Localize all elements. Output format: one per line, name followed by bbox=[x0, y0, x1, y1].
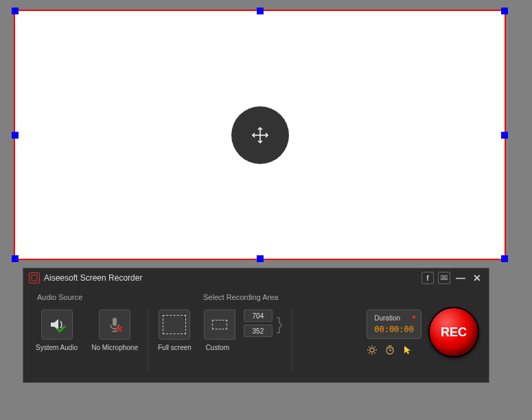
aspect-lock-icon[interactable] bbox=[275, 316, 282, 337]
height-input[interactable] bbox=[244, 325, 273, 337]
close-button[interactable]: ✕ bbox=[471, 272, 483, 284]
system-audio-label: System Audio bbox=[36, 344, 78, 351]
svg-point-12 bbox=[370, 348, 374, 352]
fullscreen-label: Full screen bbox=[158, 344, 192, 351]
fullscreen-icon bbox=[163, 315, 186, 334]
minimize-button[interactable]: — bbox=[454, 272, 467, 284]
resize-handle-mr[interactable] bbox=[501, 132, 508, 139]
feedback-button[interactable] bbox=[438, 272, 450, 284]
record-button[interactable]: REC bbox=[428, 307, 479, 358]
resize-handle-br[interactable] bbox=[501, 255, 508, 262]
app-logo-icon bbox=[29, 272, 40, 283]
svg-rect-7 bbox=[113, 318, 117, 326]
titlebar: Aiseesoft Screen Recorder f — ✕ bbox=[23, 268, 489, 288]
system-audio-button[interactable] bbox=[41, 310, 73, 340]
speaker-icon bbox=[47, 315, 67, 334]
duration-box[interactable]: Duration 00:00:00 bbox=[367, 310, 421, 339]
facebook-button[interactable]: f bbox=[421, 272, 434, 284]
resize-handle-bl[interactable] bbox=[12, 255, 19, 262]
move-icon bbox=[250, 125, 270, 145]
record-button-label: REC bbox=[441, 325, 467, 340]
resize-handle-tr[interactable] bbox=[501, 8, 508, 14]
separator bbox=[292, 310, 292, 371]
separator bbox=[148, 310, 148, 371]
custom-area-label: Custom bbox=[206, 344, 229, 351]
duration-time: 00:00:00 bbox=[374, 325, 414, 334]
app-title: Aiseesoft Screen Recorder bbox=[44, 273, 142, 283]
width-input[interactable] bbox=[244, 310, 273, 322]
settings-button[interactable] bbox=[367, 345, 378, 358]
resize-handle-ml[interactable] bbox=[12, 132, 19, 139]
svg-marker-6 bbox=[51, 319, 58, 330]
custom-area-button[interactable] bbox=[204, 310, 235, 340]
feedback-icon bbox=[441, 275, 448, 281]
resize-handle-tl[interactable] bbox=[12, 8, 19, 14]
svg-rect-3 bbox=[441, 275, 448, 279]
gear-icon bbox=[367, 345, 378, 355]
move-handle[interactable] bbox=[231, 106, 289, 164]
svg-line-26 bbox=[393, 347, 394, 349]
cursor-highlight-button[interactable] bbox=[402, 345, 413, 358]
recording-indicator-icon bbox=[413, 316, 415, 318]
recording-area-label: Select Recording Area bbox=[203, 293, 278, 301]
svg-marker-27 bbox=[404, 346, 410, 354]
timer-button[interactable] bbox=[384, 345, 395, 358]
audio-source-label: Audio Source bbox=[37, 293, 82, 301]
svg-line-25 bbox=[386, 347, 388, 349]
svg-line-17 bbox=[369, 347, 370, 348]
fullscreen-button[interactable] bbox=[159, 310, 190, 340]
capture-region[interactable] bbox=[14, 10, 506, 260]
microphone-off-icon bbox=[105, 315, 124, 334]
svg-line-19 bbox=[369, 353, 370, 354]
microphone-label: No Microphone bbox=[91, 344, 138, 351]
microphone-button[interactable] bbox=[99, 310, 130, 340]
cursor-icon bbox=[402, 345, 413, 355]
svg-line-18 bbox=[375, 353, 376, 354]
duration-label: Duration bbox=[374, 314, 414, 322]
resize-handle-tm[interactable] bbox=[257, 8, 264, 14]
clock-icon bbox=[384, 345, 395, 355]
custom-area-icon bbox=[212, 320, 227, 329]
recorder-panel: Aiseesoft Screen Recorder f — ✕ Audio So… bbox=[23, 268, 489, 383]
resize-handle-bm[interactable] bbox=[257, 255, 264, 262]
svg-line-20 bbox=[375, 347, 376, 348]
svg-rect-2 bbox=[32, 275, 37, 281]
